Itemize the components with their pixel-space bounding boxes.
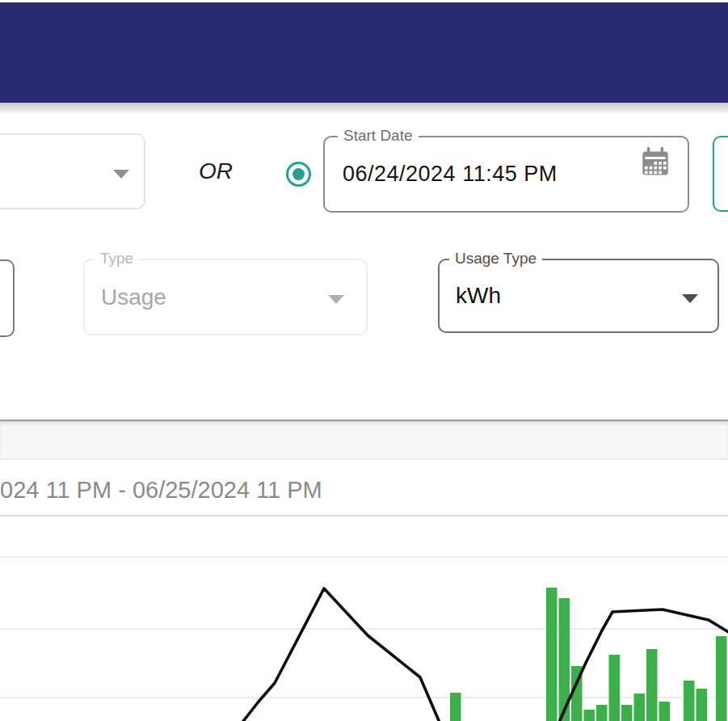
- dropdown-caret-icon: [328, 295, 344, 304]
- usage-type-select-value: kWh: [440, 283, 501, 309]
- usage-bar: [716, 636, 727, 721]
- start-date-field[interactable]: Start Date 06/24/2024 11:45 PM: [323, 136, 689, 213]
- usage-bar: [596, 705, 608, 721]
- usage-type-select-label: Usage Type: [449, 250, 542, 268]
- usage-bar: [584, 710, 595, 721]
- usage-bar: [634, 694, 646, 721]
- app-header-bar: [0, 2, 728, 103]
- type-select-value: Usage: [85, 285, 166, 310]
- type-select[interactable]: Type Usage: [83, 259, 368, 335]
- end-date-field-cropped[interactable]: [713, 136, 728, 212]
- dropdown-caret-icon: [682, 294, 698, 303]
- usage-bar: [684, 681, 695, 721]
- app-header-shadow: [0, 103, 728, 115]
- usage-bar: [621, 705, 633, 721]
- usage-bar: [696, 689, 708, 721]
- usage-bar: [450, 693, 461, 721]
- start-date-label: Start Date: [338, 127, 419, 145]
- dropdown-caret-icon: [113, 170, 129, 179]
- left-select-cropped[interactable]: [0, 133, 145, 209]
- radio-selected-icon: [292, 168, 305, 180]
- start-date-value: 06/24/2024 11:45 PM: [325, 162, 558, 187]
- chart-title: 024 11 PM - 06/25/2024 11 PM: [0, 477, 322, 504]
- usage-bar: [659, 702, 671, 721]
- screen: OR Start Date 06/24/2024 11:45 PM: [0, 0, 728, 721]
- left-select2-cropped[interactable]: [0, 259, 15, 337]
- or-label: OR: [199, 158, 233, 184]
- calendar-icon[interactable]: [638, 145, 673, 179]
- usage-chart: [0, 501, 728, 721]
- usage-bar: [609, 655, 621, 721]
- date-mode-radio[interactable]: [286, 162, 311, 187]
- usage-type-select[interactable]: Usage Type kWh: [438, 259, 719, 333]
- type-select-label: Type: [95, 250, 139, 268]
- section-header-band: [0, 421, 728, 460]
- usage-bar: [546, 588, 558, 721]
- usage-bar: [646, 649, 658, 721]
